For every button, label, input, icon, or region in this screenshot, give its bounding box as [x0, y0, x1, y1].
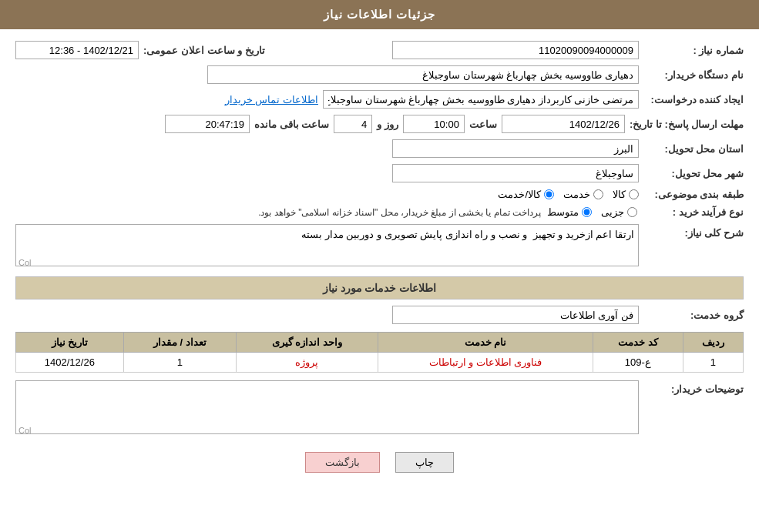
response-remain-input[interactable]	[165, 115, 250, 133]
need-description-wrapper: ارتقا اعم ازخرید و تجهیز و نصب و راه اند…	[15, 224, 639, 269]
need-number-label: شماره نیاز :	[643, 45, 744, 56]
category-radio-khedmat[interactable]: خدمت	[563, 189, 603, 200]
city-label: شهر محل تحویل:	[643, 168, 744, 179]
buyer-description-row: توضیحات خریدار: Col	[15, 380, 744, 437]
footer-buttons: چاپ بازگشت	[15, 452, 744, 473]
category-radio-kala-label: کالا	[613, 189, 626, 200]
cell-service-name[interactable]: فناوری اطلاعات و ارتباطات	[378, 353, 593, 373]
creator-row: ایجاد کننده درخواست: اطلاعات تماس خریدار	[15, 90, 744, 109]
category-radio-khedmat-input[interactable]	[593, 189, 603, 199]
announce-date-label: تاریخ و ساعت اعلان عمومی:	[143, 45, 265, 56]
need-number-input[interactable]	[392, 41, 639, 59]
response-days-input[interactable]	[334, 115, 372, 133]
purchase-type-motawaset-input[interactable]	[582, 207, 592, 217]
cell-unit[interactable]: پروژه	[236, 353, 378, 373]
response-time-label: ساعت	[469, 119, 497, 130]
col-header-unit: واحد اندازه گیری	[236, 333, 378, 353]
category-radio-kala-input[interactable]	[629, 189, 639, 199]
need-number-row: شماره نیاز : تاریخ و ساعت اعلان عمومی:	[15, 41, 744, 59]
table-row: 1 ع-109 فناوری اطلاعات و ارتباطات پروژه …	[16, 353, 744, 373]
service-info-title: اطلاعات خدمات مورد نیاز	[15, 276, 744, 299]
city-row: شهر محل تحویل:	[15, 164, 744, 182]
service-group-row: گروه خدمت:	[15, 306, 744, 324]
org-name-input[interactable]	[207, 65, 639, 84]
need-description-label: شرح کلی نیاز:	[643, 224, 744, 239]
buyer-description-label: توضیحات خریدار:	[643, 380, 744, 395]
col-header-quantity: تعداد / مقدار	[123, 333, 236, 353]
col-header-row-num: ردیف	[683, 333, 743, 353]
buyer-col-badge: Col	[18, 426, 32, 435]
creator-label: ایجاد کننده درخواست:	[643, 94, 744, 105]
buyer-description-textarea[interactable]	[15, 380, 639, 434]
buyer-description-wrapper: Col	[15, 380, 639, 437]
cell-quantity: 1	[123, 353, 236, 373]
page-wrapper: جزئیات اطلاعات نیاز شماره نیاز : تاریخ و…	[0, 0, 759, 532]
purchase-type-motawaset[interactable]: متوسط	[547, 206, 592, 218]
org-name-label: نام دستگاه خریدار:	[643, 69, 744, 81]
purchase-type-label: نوع فرآیند خرید :	[643, 206, 744, 218]
col-header-date: تاریخ نیاز	[16, 333, 124, 353]
purchase-note: پرداخت تمام یا بخشی از مبلغ خریدار، محل …	[258, 207, 541, 218]
category-row: طبقه بندی موضوعی: کالا خدمت کالا/خدمت	[15, 189, 744, 200]
category-radio-group: کالا خدمت کالا/خدمت	[498, 189, 639, 200]
contact-link[interactable]: اطلاعات تماس خریدار	[225, 94, 318, 105]
category-radio-kala-khedmat-input[interactable]	[544, 189, 554, 199]
cell-service-code: ع-109	[593, 353, 683, 373]
need-description-row: شرح کلی نیاز: ارتقا اعم ازخرید و تجهیز و…	[15, 224, 744, 269]
purchase-type-jozi-input[interactable]	[627, 207, 637, 217]
cell-row-num: 1	[683, 353, 743, 373]
category-radio-kala-khedmat[interactable]: کالا/خدمت	[498, 189, 554, 200]
announce-date-input[interactable]	[15, 41, 139, 59]
province-label: استان محل تحویل:	[643, 143, 744, 155]
province-input[interactable]	[392, 139, 639, 158]
category-radio-kala[interactable]: کالا	[613, 189, 639, 200]
services-table: ردیف کد خدمت نام خدمت واحد اندازه گیری ت…	[15, 332, 744, 373]
purchase-type-motawaset-label: متوسط	[547, 206, 579, 218]
page-title: جزئیات اطلاعات نیاز	[0, 0, 759, 29]
org-name-row: نام دستگاه خریدار:	[15, 65, 744, 84]
back-button[interactable]: بازگشت	[305, 452, 380, 473]
main-content: شماره نیاز : تاریخ و ساعت اعلان عمومی: ن…	[0, 29, 759, 492]
city-input[interactable]	[392, 164, 639, 182]
print-button[interactable]: چاپ	[395, 452, 454, 473]
cell-date: 1402/12/26	[16, 353, 124, 373]
response-remain-label: ساعت باقی مانده	[254, 119, 329, 130]
col-badge: Col	[18, 258, 32, 267]
response-deadline-label: مهلت ارسال پاسخ: تا تاریخ:	[630, 119, 744, 130]
purchase-type-jozi-label: جزیی	[601, 206, 624, 218]
category-radio-khedmat-label: خدمت	[563, 189, 590, 200]
service-group-input[interactable]	[392, 306, 639, 324]
service-group-label: گروه خدمت:	[643, 309, 744, 321]
need-description-textarea[interactable]: ارتقا اعم ازخرید و تجهیز و نصب و راه اند…	[15, 224, 639, 266]
purchase-type-jozi[interactable]: جزیی	[601, 206, 637, 218]
purchase-type-row: نوع فرآیند خرید : جزیی متوسط پرداخت تمام…	[15, 206, 744, 218]
response-time-input[interactable]	[403, 115, 465, 133]
col-header-service-code: کد خدمت	[593, 333, 683, 353]
response-days-label: روز و	[377, 119, 398, 130]
response-deadline-row: مهلت ارسال پاسخ: تا تاریخ: ساعت روز و سا…	[15, 115, 744, 133]
purchase-type-radio-group: جزیی متوسط	[547, 206, 637, 218]
category-radio-kala-khedmat-label: کالا/خدمت	[498, 189, 541, 200]
creator-input[interactable]	[323, 90, 639, 109]
services-table-section: ردیف کد خدمت نام خدمت واحد اندازه گیری ت…	[15, 332, 744, 373]
col-header-service-name: نام خدمت	[378, 333, 593, 353]
response-date-input[interactable]	[502, 115, 625, 133]
category-label: طبقه بندی موضوعی:	[643, 189, 744, 200]
province-row: استان محل تحویل:	[15, 139, 744, 158]
